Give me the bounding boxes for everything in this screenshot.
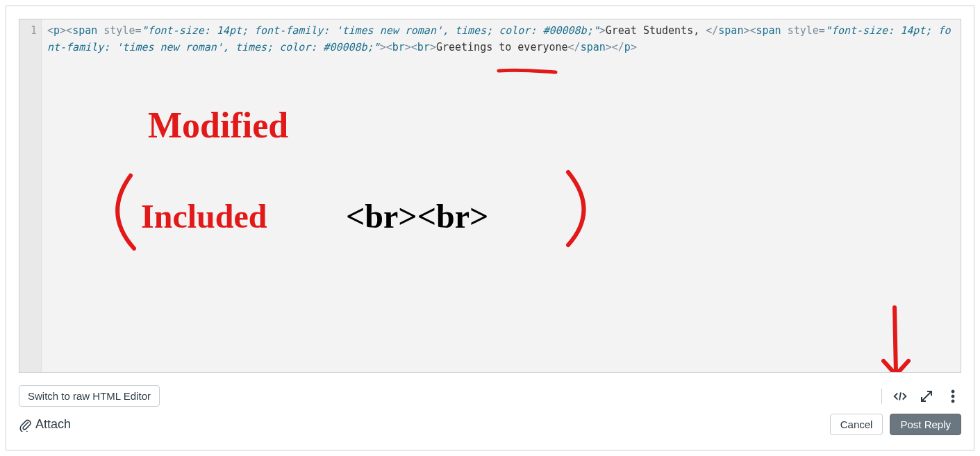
switch-raw-html-button[interactable]: Switch to raw HTML Editor (19, 385, 160, 407)
fullscreen-icon[interactable] (918, 388, 935, 405)
footer-actions: Cancel Post Reply (830, 414, 961, 435)
paperclip-icon (19, 418, 31, 432)
svg-line-4 (922, 391, 931, 401)
kebab-menu-icon[interactable] (945, 388, 961, 405)
attach-button[interactable]: Attach (19, 417, 71, 432)
html-editor-container: 1 <p><span style="font-size: 14pt; font-… (6, 6, 974, 450)
line-number: 1 (19, 22, 41, 39)
attach-label: Attach (35, 417, 71, 432)
line-gutter: 1 (19, 19, 42, 372)
editor-bottom-bar: Switch to raw HTML Editor (6, 380, 974, 414)
code-editor[interactable]: 1 <p><span style="font-size: 14pt; font-… (19, 19, 961, 373)
toolbar-icon-group (881, 388, 961, 405)
footer-row: Attach Cancel Post Reply (6, 414, 974, 444)
svg-point-6 (952, 395, 954, 398)
cancel-button[interactable]: Cancel (830, 414, 883, 435)
svg-line-3 (899, 392, 901, 400)
post-reply-button[interactable]: Post Reply (890, 414, 961, 435)
svg-point-5 (952, 390, 954, 393)
toolbar-divider (881, 389, 882, 404)
code-view-icon[interactable] (892, 388, 908, 405)
code-content[interactable]: <p><span style="font-size: 14pt; font-fa… (42, 19, 961, 372)
svg-point-7 (952, 400, 954, 403)
